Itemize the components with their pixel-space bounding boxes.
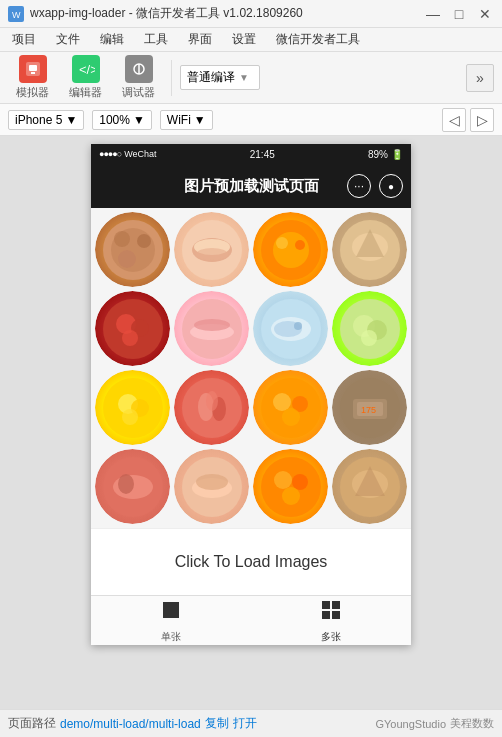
svg-rect-3 xyxy=(29,65,37,71)
svg-rect-68 xyxy=(163,602,179,618)
zoom-dropdown-arrow: ▼ xyxy=(133,113,145,127)
compile-dropdown[interactable]: 普通编译 ▼ xyxy=(180,65,260,90)
phone-preview: ●●●●○ WeChat 21:45 89% 🔋 图片预加载测试页面 ··· ● xyxy=(0,136,502,709)
food-circle-5 xyxy=(95,291,170,366)
svg-rect-4 xyxy=(31,72,35,74)
food-image-7 xyxy=(253,291,328,366)
food-image-6 xyxy=(174,291,249,366)
network-dropdown-arrow: ▼ xyxy=(194,113,206,127)
image-grid: 175 xyxy=(91,208,411,528)
debugger-button[interactable]: 调试器 xyxy=(114,51,163,104)
svg-point-60 xyxy=(196,474,228,490)
rotate-right-button[interactable]: ▷ xyxy=(470,108,494,132)
svg-point-18 xyxy=(273,232,309,268)
food-circle-15 xyxy=(253,449,328,524)
simulator-button[interactable]: 模拟器 xyxy=(8,51,57,104)
food-image-4 xyxy=(332,212,407,287)
time-text: 21:45 xyxy=(250,149,275,160)
food-image-1 xyxy=(95,212,170,287)
tab-single-icon xyxy=(159,598,183,628)
wechat-navbar: 图片预加载测试页面 ··· ● xyxy=(91,164,411,208)
compile-dropdown-arrow: ▼ xyxy=(239,72,249,83)
more-menu-button[interactable]: ··· xyxy=(347,174,371,198)
menu-item-tools[interactable]: 工具 xyxy=(136,29,176,50)
toolbar: 模拟器 </> 编辑器 调试器 普通编译 ▼ » xyxy=(0,52,502,104)
food-image-8 xyxy=(332,291,407,366)
circle-button[interactable]: ● xyxy=(379,174,403,198)
load-images-button[interactable]: Click To Load Images xyxy=(159,545,344,579)
svg-point-11 xyxy=(137,234,151,248)
svg-point-57 xyxy=(118,474,134,494)
tab-single[interactable]: 单张 xyxy=(91,594,251,646)
svg-point-62 xyxy=(274,471,292,489)
minimize-button[interactable]: — xyxy=(424,5,442,23)
device-dropdown-arrow: ▼ xyxy=(65,113,77,127)
simulator-icon xyxy=(19,55,47,83)
page-title: 图片预加载测试页面 xyxy=(184,177,319,196)
food-circle-1 xyxy=(95,212,170,287)
svg-point-50 xyxy=(282,408,300,426)
svg-text:W: W xyxy=(12,10,21,20)
food-image-13 xyxy=(95,449,170,524)
phone-status-bar: ●●●●○ WeChat 21:45 89% 🔋 xyxy=(91,144,411,164)
menu-item-interface[interactable]: 界面 xyxy=(180,29,220,50)
svg-point-20 xyxy=(295,240,305,250)
title-text: wxapp-img-loader - 微信开发者工具 v1.02.1809260 xyxy=(30,5,303,22)
food-circle-9 xyxy=(95,370,170,445)
food-circle-6 xyxy=(174,291,249,366)
status-prefix: 页面路径 xyxy=(8,715,56,732)
svg-point-27 xyxy=(122,330,138,346)
copy-button[interactable]: 复制 xyxy=(205,715,229,732)
phone-content: 175 xyxy=(91,208,411,645)
tab-multiple[interactable]: 多张 xyxy=(251,594,411,646)
phone-frame: ●●●●○ WeChat 21:45 89% 🔋 图片预加载测试页面 ··· ● xyxy=(91,144,411,645)
svg-rect-72 xyxy=(332,611,340,619)
editor-label: 编辑器 xyxy=(69,85,102,100)
rotate-left-button[interactable]: ◁ xyxy=(442,108,466,132)
svg-point-46 xyxy=(206,391,218,411)
studio-logo: GYoungStudio 美程数数 xyxy=(375,716,494,731)
svg-point-38 xyxy=(361,330,377,346)
menu-item-file[interactable]: 文件 xyxy=(48,29,88,50)
food-image-9 xyxy=(95,370,170,445)
food-image-15 xyxy=(253,449,328,524)
food-circle-11 xyxy=(253,370,328,445)
simulator-label: 模拟器 xyxy=(16,85,49,100)
tab-multiple-label: 多张 xyxy=(321,630,341,644)
time-display: 21:45 xyxy=(250,149,275,160)
svg-rect-70 xyxy=(332,601,340,609)
svg-point-48 xyxy=(273,393,291,411)
logo-sub: 美程数数 xyxy=(450,716,494,731)
expand-button[interactable]: » xyxy=(466,64,494,92)
food-circle-7 xyxy=(253,291,328,366)
menu-item-edit[interactable]: 编辑 xyxy=(92,29,132,50)
window-controls: — □ ✕ xyxy=(424,5,494,23)
app-icon: W xyxy=(8,6,24,22)
open-button[interactable]: 打开 xyxy=(233,715,257,732)
device-selector[interactable]: iPhone 5 ▼ xyxy=(8,110,84,130)
menu-item-wechat-devtools[interactable]: 微信开发者工具 xyxy=(268,29,368,50)
zoom-selector[interactable]: 100% ▼ xyxy=(92,110,152,130)
editor-icon: </> xyxy=(72,55,100,83)
debugger-icon xyxy=(125,55,153,83)
editor-button[interactable]: </> 编辑器 xyxy=(61,51,110,104)
food-circle-13 xyxy=(95,449,170,524)
network-selector[interactable]: WiFi ▼ xyxy=(160,110,213,130)
svg-point-42 xyxy=(122,409,138,425)
tab-single-label: 单张 xyxy=(161,630,181,644)
close-button[interactable]: ✕ xyxy=(476,5,494,23)
food-circle-8 xyxy=(332,291,407,366)
food-image-11 xyxy=(253,370,328,445)
maximize-button[interactable]: □ xyxy=(450,5,468,23)
svg-rect-71 xyxy=(322,611,330,619)
food-image-2 xyxy=(174,212,249,287)
zoom-value: 100% xyxy=(99,113,130,127)
svg-point-30 xyxy=(194,319,230,331)
food-circle-16 xyxy=(332,449,407,524)
food-circle-4 xyxy=(332,212,407,287)
load-images-area: Click To Load Images xyxy=(91,528,411,595)
menu-item-project[interactable]: 项目 xyxy=(4,29,44,50)
menu-item-settings[interactable]: 设置 xyxy=(224,29,264,50)
svg-text:175: 175 xyxy=(361,405,376,415)
food-circle-12: 175 xyxy=(332,370,407,445)
